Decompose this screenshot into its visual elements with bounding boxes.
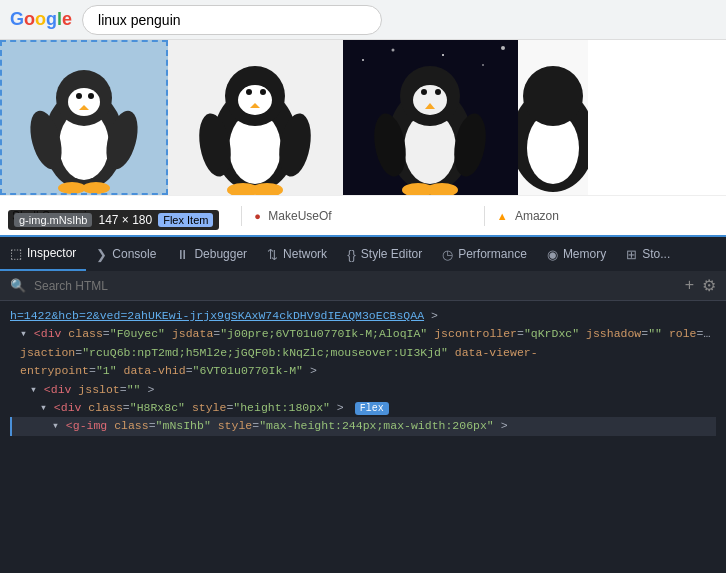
- tab-performance[interactable]: ◷ Performance: [432, 237, 537, 271]
- style-editor-icon: {}: [347, 247, 356, 262]
- performance-icon: ◷: [442, 247, 453, 262]
- image-cell-2[interactable]: [168, 40, 343, 195]
- svg-point-37: [413, 85, 447, 115]
- image-grid-top: [0, 40, 726, 195]
- html-line-1: h=1422&hcb=2&ved=2ahUKEwi-jrjx9gSKAxW74c…: [10, 307, 716, 325]
- tab-memory-label: Memory: [563, 247, 606, 261]
- svg-point-8: [88, 93, 94, 99]
- search-input[interactable]: linux penguin: [82, 5, 382, 35]
- browser-bar: Google linux penguin: [0, 0, 726, 40]
- tab-debugger-label: Debugger: [194, 247, 247, 261]
- search-actions: + ⚙: [685, 276, 716, 295]
- html-search-input[interactable]: [34, 279, 677, 293]
- tab-inspector[interactable]: ⬚ Inspector: [0, 237, 86, 271]
- penguin-svg-1: [0, 40, 168, 195]
- svg-point-7: [76, 93, 82, 99]
- svg-point-18: [238, 85, 272, 115]
- devtools-toolbar: ⬚ Inspector ❯ Console ⏸ Debugger ⇅ Netwo…: [0, 235, 726, 271]
- svg-point-30: [392, 49, 395, 52]
- penguin-svg-4: [518, 40, 588, 195]
- html-line-2c: entrypoint="1" data-vhid="6VT01u0770Ik-M…: [10, 362, 716, 380]
- svg-point-40: [421, 89, 427, 95]
- devtools-search-bar: 🔍 + ⚙: [0, 271, 726, 301]
- tab-console[interactable]: ❯ Console: [86, 237, 166, 271]
- html-line-3: ▾ <div jsslot="" >: [10, 381, 716, 399]
- svg-point-4: [68, 88, 100, 116]
- html-line-2: ▾ <div class="F0uyec" jsdata="j00pre;6VT…: [10, 325, 716, 343]
- image-cell-1[interactable]: [0, 40, 168, 195]
- image-tooltip: g-img.mNsIhb 147 × 180 Flex Item: [8, 210, 219, 230]
- html-line-4: ▾ <div class="H8Rx8c" style="height:180p…: [10, 399, 716, 417]
- inspector-icon: ⬚: [10, 246, 22, 261]
- svg-point-12: [58, 182, 86, 194]
- source-label-2: MakeUseOf: [268, 209, 331, 223]
- tab-memory[interactable]: ◉ Memory: [537, 237, 616, 271]
- memory-icon: ◉: [547, 247, 558, 262]
- tab-style-editor-label: Style Editor: [361, 247, 422, 261]
- html-line-2b: jsaction="rcuQ6b:npT2md;h5Ml2e;jGQF0b:kN…: [10, 344, 716, 362]
- storage-icon: ⊞: [626, 247, 637, 262]
- flex-badge: Flex: [355, 402, 389, 415]
- network-icon: ⇅: [267, 247, 278, 262]
- svg-point-31: [442, 54, 444, 56]
- tab-storage-label: Sto...: [642, 247, 670, 261]
- svg-point-33: [501, 46, 505, 50]
- tooltip-selector: g-img.mNsIhb: [14, 213, 92, 227]
- tab-network[interactable]: ⇅ Network: [257, 237, 337, 271]
- svg-point-50: [523, 66, 583, 126]
- image-cell-3[interactable]: [343, 40, 518, 195]
- image-area: g-img.mNsIhb 147 × 180 Flex Item Shell S…: [0, 40, 726, 235]
- more-options-button[interactable]: ⚙: [702, 276, 716, 295]
- google-logo: Google: [10, 9, 72, 30]
- tab-style-editor[interactable]: {} Style Editor: [337, 237, 432, 271]
- svg-point-22: [260, 89, 266, 95]
- flex-item-badge: Flex Item: [158, 213, 213, 227]
- source-item-3: ▲ Amazon: [485, 209, 726, 223]
- svg-point-13: [82, 182, 110, 194]
- image-cell-4[interactable]: [518, 40, 588, 195]
- add-node-button[interactable]: +: [685, 276, 694, 295]
- tab-inspector-label: Inspector: [27, 246, 76, 260]
- penguin-svg-3: [343, 40, 518, 195]
- tab-console-label: Console: [112, 247, 156, 261]
- console-icon: ❯: [96, 247, 107, 262]
- tab-debugger[interactable]: ⏸ Debugger: [166, 237, 257, 271]
- tab-storage[interactable]: ⊞ Sto...: [616, 237, 680, 271]
- svg-point-41: [435, 89, 441, 95]
- debugger-icon: ⏸: [176, 247, 189, 262]
- tab-network-label: Network: [283, 247, 327, 261]
- source-label-3: Amazon: [515, 209, 559, 223]
- svg-point-29: [362, 59, 364, 61]
- html-attr-link[interactable]: h=1422&hcb=2&ved=2ahUKEwi-jrjx9gSKAxW74c…: [10, 309, 424, 322]
- html-panel: h=1422&hcb=2&ved=2ahUKEwi-jrjx9gSKAxW74c…: [0, 301, 726, 573]
- source-item-2: ● MakeUseOf: [242, 209, 483, 223]
- svg-point-32: [482, 64, 484, 66]
- svg-point-21: [246, 89, 252, 95]
- penguin-svg-2: [168, 40, 343, 195]
- html-line-5[interactable]: ▾ <g-img class="mNsIhb" style="max-heigh…: [10, 417, 716, 435]
- search-icon: 🔍: [10, 278, 26, 293]
- tab-performance-label: Performance: [458, 247, 527, 261]
- tooltip-dimensions: 147 × 180: [98, 213, 152, 227]
